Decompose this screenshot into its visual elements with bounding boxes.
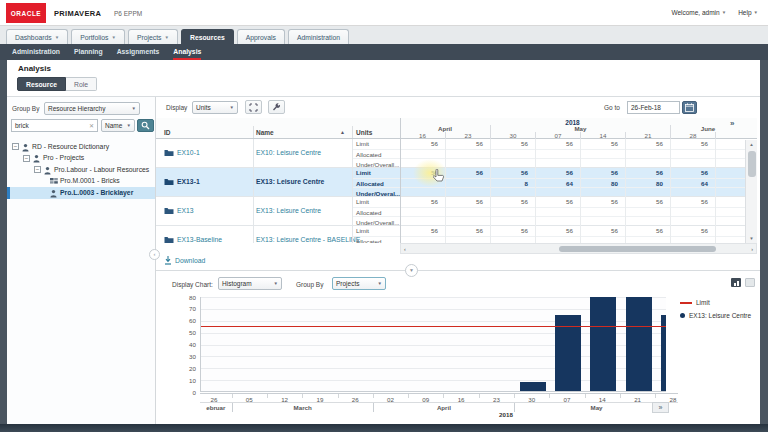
search-field-select[interactable]: Name▼ [101,119,135,132]
resource-row-ex13-baseline[interactable]: EX13-BaselineEX13: Leisure Centre - BASE… [156,226,745,243]
value-cell: 56 [535,140,580,147]
tree-item-label: Pro.M.0001 - Bricks [60,177,120,184]
clear-search-icon[interactable]: ✕ [89,122,94,129]
window-edge-left [0,60,7,424]
chart-group-by-select[interactable]: Projects▼ [332,277,386,290]
tab-projects[interactable]: Projects▼ [128,29,178,44]
display-units-select[interactable]: Units▼ [192,101,238,114]
expand-view-button[interactable] [245,100,262,114]
search-input[interactable]: brick✕ [11,119,98,132]
tab-dashboards[interactable]: Dashboards▼ [6,29,68,44]
goto-date-input[interactable] [627,101,680,114]
collapse-left-panel-handle[interactable]: ‹ [149,249,160,260]
project-name-link[interactable]: EX10: Leisure Centre [256,149,321,156]
column-header-id[interactable]: ID [164,129,171,136]
tree-item-pro-labour-labour-resources[interactable]: −Pro.Labour - Labour Resources [7,164,155,176]
value-cell: 56 [535,227,580,234]
sort-asc-icon[interactable]: ▲ [340,129,345,135]
tree-item-pro-projects[interactable]: −Pro - Projects [7,153,155,165]
cursor-hand-icon [433,169,444,182]
project-id-link[interactable]: EX13 [177,207,194,214]
subtab-administration[interactable]: Administration [12,44,60,60]
window-edge-bottom [0,424,768,432]
scroll-right-icon[interactable]: › [751,246,753,252]
download-link[interactable]: Download [164,256,205,265]
spreadsheet-header: ID Name ▲ Units 2018 » AprilMayJune 1623… [156,118,757,139]
group-by-select[interactable]: Resource Hierarchy▼ [44,102,140,115]
value-cell: 56 [445,198,490,205]
resource-row-ex10-1[interactable]: EX10-1EX10: Leisure CentreLimit565656565… [156,139,745,168]
y-tick-label: 50 [172,329,196,336]
tab-administration[interactable]: Administration [288,29,349,44]
project-name-link[interactable]: EX13: Leisure Centre - BASELINE [256,236,360,243]
column-header-name[interactable]: Name [256,129,274,136]
tab-approvals[interactable]: Approvals [237,29,285,44]
collapse-chart-panel-handle[interactable]: ▼ [405,264,418,277]
value-cell: 56 [535,169,580,176]
tree-collapse-icon[interactable]: − [12,143,19,150]
chevron-down-icon: ▼ [132,106,136,111]
display-units-value: Units [196,104,211,111]
subtab-assignments[interactable]: Assignments [117,44,160,60]
tab-portfolios[interactable]: Portfolios▼ [71,29,125,44]
grid-view-icon[interactable] [745,278,755,287]
legend-dot-marker [680,313,685,318]
resource-tree-panel: Group By Resource Hierarchy▼ brick✕ Name… [7,97,156,424]
series-label: Under/Overal... [356,190,400,197]
chevron-down-icon: ▼ [274,281,278,286]
tree-collapse-icon[interactable]: − [23,155,30,162]
goto-label: Go to [604,104,620,111]
tab-resources[interactable]: Resources [181,29,234,44]
scroll-up-icon[interactable]: ▲ [746,142,757,147]
tree-collapse-icon[interactable]: − [34,166,41,173]
resource-toggle-button[interactable]: Resource [17,77,66,91]
tree-item-label: Pro - Projects [43,154,84,161]
project-name-link[interactable]: EX13: Leisure Centre [256,207,321,214]
series-row-under-overall: Under/Overall... [352,158,745,168]
value-cell: 56 [670,140,715,147]
search-button[interactable] [137,119,154,132]
resource-row-ex13-1[interactable]: EX13-1EX13: Leisure CentreLimit565656565… [156,168,745,197]
calendar-button[interactable] [682,101,697,114]
tick-mark [302,394,303,398]
vertical-scrollbar[interactable]: ▲ ▼ [745,140,757,243]
horizontal-scroll-thumb[interactable] [559,246,716,252]
tree-item-pro-l-0003-bricklayer[interactable]: Pro.L.0003 - Bricklayer [7,187,155,199]
resource-row-ex13[interactable]: EX13EX13: Leisure CentreLimit56565656565… [156,197,745,226]
project-id-link[interactable]: EX13-1 [177,178,200,185]
tree-item-rd-resource-dictionary[interactable]: −RD - Resource Dictionary [7,141,155,153]
help-menu[interactable]: Help▼ [738,9,758,16]
tick-mark [443,394,444,398]
chart-view-icon[interactable] [731,278,741,287]
y-tick-label: 40 [172,341,196,348]
column-header-units[interactable]: Units [356,129,372,136]
welcome-menu[interactable]: Welcome, admin▼ [671,9,726,16]
tick-mark [655,394,656,398]
vertical-scroll-thumb[interactable] [748,151,756,177]
subtab-analysis[interactable]: Analysis [173,44,201,60]
scroll-left-icon[interactable]: ‹ [404,246,406,252]
series-label: Under/Overall... [356,219,399,226]
chart-next-period-button[interactable]: » [652,402,669,413]
chart-type-select[interactable]: Histogram▼ [218,277,282,290]
subtab-planning[interactable]: Planning [74,44,103,60]
project-id-link[interactable]: EX10-1 [177,149,200,156]
chart-month-march: March [232,403,373,412]
settings-button[interactable] [268,100,285,114]
spreadsheet-rows: EX10-1EX10: Leisure CentreLimit565656565… [156,139,757,243]
role-toggle-button[interactable]: Role [66,77,97,91]
search-icon [141,121,150,130]
y-tick-label: 10 [172,377,196,384]
tree-item-pro-m-0001-bricks[interactable]: Pro.M.0001 - Bricks [7,176,155,188]
chevron-down-icon: ▼ [55,35,59,40]
project-name-link[interactable]: EX13: Leisure Centre [256,178,324,185]
horizontal-scrollbar[interactable]: ‹ › [400,243,757,254]
chevron-down-icon: ▼ [754,10,758,15]
series-row-under-overall: Under/Overall... [352,216,745,226]
value-cell: 64 [535,180,580,187]
project-id-link[interactable]: EX13-Baseline [177,236,222,243]
grid-column-line [535,139,536,243]
value-cell: 56 [670,198,715,205]
value-cell: 56 [625,140,670,147]
scroll-down-icon[interactable]: ▼ [746,236,757,241]
